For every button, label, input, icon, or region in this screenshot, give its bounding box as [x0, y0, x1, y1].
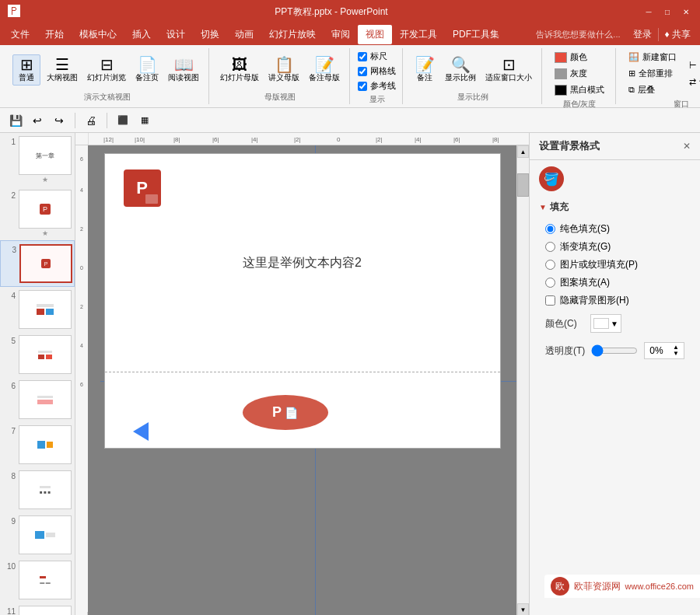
slide-thumb-10[interactable]: 10 ▬ ▬ [0, 557, 75, 603]
scroll-track-v[interactable] [517, 158, 529, 603]
checkbox-guides[interactable]: 参考线 [358, 79, 396, 93]
right-panel-close[interactable]: ✕ [683, 141, 691, 152]
left-arrow-icon [133, 422, 149, 441]
ribbon-btn-color[interactable]: 颜色 [550, 50, 592, 65]
slide-image-10: ▬ ▬ [19, 561, 72, 599]
menu-devtools[interactable]: 开发工具 [392, 25, 445, 44]
menu-pdf[interactable]: PDF工具集 [445, 25, 507, 44]
watermark-logo: 欧 [551, 577, 569, 596]
ribbon-btn-notes-page[interactable]: 📄 备注页 [132, 55, 162, 85]
slide-thumb-7[interactable]: 7 [0, 422, 75, 467]
svg-text:2: 2 [80, 304, 83, 309]
ribbon-btn-notes[interactable]: 📝 备注 [411, 55, 439, 85]
menu-bar: 文件 开始 模板中心 插入 设计 切换 动画 幻灯片放映 审阅 视图 开发工具 … [0, 23, 700, 45]
color-dropdown-icon: ▼ [611, 320, 618, 328]
canvas-area: |12| |10| |8| |6| |4| |2| 0 |2| |4| |6| … [75, 133, 529, 615]
slide-thumb-8[interactable]: 8 ■ ■ ■ [0, 467, 75, 512]
ribbon-btn-bw[interactable]: 黑白模式 [550, 82, 609, 97]
ribbon-btn-switch-window[interactable]: ⇄ 切换窗口 [684, 75, 700, 89]
align-button[interactable]: ▦ [135, 111, 154, 130]
slide-image-11: ★ ★ ★ [19, 606, 72, 615]
watermark-url: www.office26.com [625, 582, 694, 591]
color-row: 颜色(C) ▼ [539, 309, 691, 337]
checkbox-gridlines[interactable]: 网格线 [358, 65, 396, 78]
transparency-down[interactable]: ▼ [673, 351, 679, 357]
ribbon-btn-zoom[interactable]: 🔍 显示比例 [442, 55, 479, 85]
transparency-slider[interactable] [591, 344, 638, 357]
ribbon-btn-slide-master[interactable]: 🖼 幻灯片母版 [217, 55, 262, 85]
slide-thumb-3[interactable]: 3 P [0, 240, 75, 287]
scroll-thumb-v[interactable] [517, 173, 529, 197]
login-button[interactable]: 登录 [627, 28, 658, 41]
slide-thumb-9[interactable]: 9 [0, 512, 75, 557]
radio-gradient-fill[interactable]: 渐变填充(G) [539, 238, 691, 256]
canvas-scroll[interactable]: P 这里是举例文本内容2 P 📄 [88, 145, 516, 615]
transparency-value[interactable]: 0% ▲ ▼ [644, 342, 684, 359]
radio-texture-fill[interactable]: 图片或纹理填充(P) [539, 256, 691, 274]
undo-button[interactable]: ↩ [28, 111, 47, 130]
arrow-left-element[interactable] [133, 422, 149, 441]
vertical-scrollbar[interactable]: ▲ ▼ [516, 145, 529, 615]
scroll-down-button[interactable]: ▼ [517, 603, 529, 615]
slide-thumb-1[interactable]: 1 第一章 ★ [0, 133, 75, 187]
search-hint: 告诉我您想要做什么... [530, 29, 626, 40]
ppt-icon-topleft[interactable]: P [124, 169, 161, 207]
slide-canvas[interactable]: P 这里是举例文本内容2 P 📄 [104, 153, 501, 449]
menu-slideshow[interactable]: 幻灯片放映 [261, 25, 324, 44]
menu-template[interactable]: 模板中心 [72, 25, 124, 44]
menu-view[interactable]: 视图 [358, 25, 392, 44]
slide-thumb-11[interactable]: 11 ★ ★ ★ [0, 603, 75, 615]
notes-page-icon: 📄 [138, 57, 157, 72]
section-triangle-icon: ▼ [539, 203, 547, 211]
ribbon-btn-arrange-all[interactable]: ⊞ 全部重排 [624, 66, 681, 81]
ribbon-btn-reading[interactable]: 📖 阅读视图 [165, 55, 202, 85]
ribbon-btn-grayscale[interactable]: 灰度 [550, 66, 592, 81]
ribbon-btn-handout-master[interactable]: 📋 讲义母版 [265, 55, 303, 85]
handout-master-icon: 📋 [275, 57, 294, 72]
ppt-logo-oval-container[interactable]: P 📄 [243, 395, 328, 430]
radio-pattern-fill[interactable]: 图案填充(A) [539, 274, 691, 292]
menu-review[interactable]: 审阅 [324, 25, 358, 44]
ribbon-btn-slide-browse[interactable]: ⊟ 幻灯片浏览 [84, 55, 129, 85]
color-swatch-black [555, 85, 567, 96]
menu-insert[interactable]: 插入 [124, 25, 159, 44]
ribbon-btn-normal[interactable]: ⊞ 普通 [12, 54, 40, 86]
scroll-up-button[interactable]: ▲ [517, 145, 529, 158]
menu-home[interactable]: 开始 [37, 25, 72, 44]
color-picker-btn[interactable]: ▼ [590, 314, 621, 333]
print-button[interactable]: 🖨 [82, 111, 100, 130]
slide-thumb-6[interactable]: 6 [0, 377, 75, 422]
checkbox-hide-bg[interactable]: 隐藏背景图形(H) [539, 292, 691, 309]
fill-section: ▼ 填充 纯色填充(S) 渐变填充(G) 图片或纹理填充(P) 图案填充(A) [530, 197, 700, 367]
checkbox-ruler[interactable]: 标尺 [358, 50, 387, 63]
menu-transition[interactable]: 切换 [193, 25, 227, 44]
ribbon-btn-new-window[interactable]: 🪟 新建窗口 [624, 50, 681, 65]
menu-file[interactable]: 文件 [3, 25, 37, 44]
redo-button[interactable]: ↪ [50, 111, 68, 130]
svg-text:2: 2 [80, 226, 83, 232]
ribbon-btn-fit-window[interactable]: ⊡ 适应窗口大小 [482, 55, 535, 85]
ppt-icon-large: P [124, 169, 161, 207]
cascade-icon: ⧉ [628, 85, 635, 95]
ribbon-btn-notes-master[interactable]: 📝 备注母版 [306, 55, 343, 85]
share-button[interactable]: ♦ 共享 [658, 28, 697, 41]
svg-rect-0 [88, 133, 529, 145]
minimize-button[interactable]: ─ [642, 5, 655, 18]
ribbon-btn-move-split[interactable]: ⊢ 移动拆分 [684, 58, 700, 73]
close-button[interactable]: ✕ [680, 5, 692, 18]
slide-thumb-2[interactable]: 2 P ★ [0, 187, 75, 240]
menu-design[interactable]: 设计 [159, 25, 193, 44]
canvas-with-ruler: 6 4 2 0 2 4 6 [75, 145, 529, 615]
slide-thumb-4[interactable]: 4 [0, 287, 75, 332]
maximize-button[interactable]: □ [661, 5, 674, 18]
format-button[interactable]: ⬛ [114, 111, 132, 130]
radio-solid-fill[interactable]: 纯色填充(S) [539, 220, 691, 238]
slide-thumb-5[interactable]: 5 [0, 332, 75, 377]
slide-text[interactable]: 这里是举例文本内容2 [243, 255, 362, 271]
save-button[interactable]: 💾 [6, 111, 25, 130]
panel-icon: 🪣 [539, 166, 564, 191]
ribbon-btn-outline[interactable]: ☰ 大纲视图 [44, 55, 81, 85]
menu-animation[interactable]: 动画 [227, 25, 261, 44]
ribbon-group-window: 🪟 新建窗口 ⊞ 全部重排 ⧉ 层叠 ⊢ 移动拆分 [618, 48, 700, 104]
ribbon-btn-cascade[interactable]: ⧉ 层叠 [624, 82, 681, 97]
